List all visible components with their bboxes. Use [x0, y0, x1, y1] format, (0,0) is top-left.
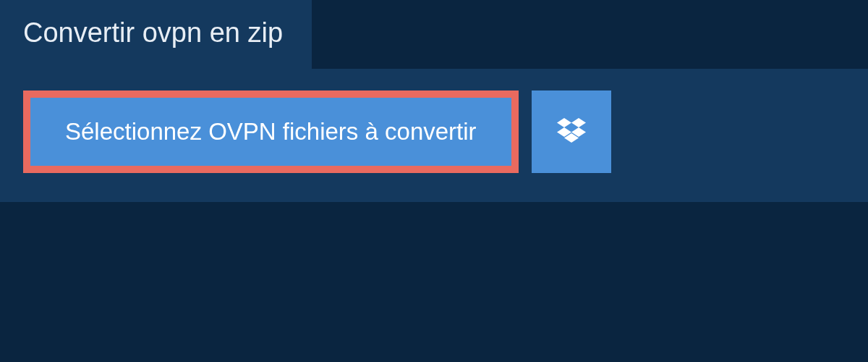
tab-label: Convertir ovpn en zip — [23, 17, 283, 48]
tab-bar: Convertir ovpn en zip — [0, 0, 868, 69]
tab-convert[interactable]: Convertir ovpn en zip — [0, 0, 312, 69]
dropbox-icon — [557, 118, 586, 146]
content-panel: Sélectionnez OVPN fichiers à convertir — [0, 69, 868, 202]
button-row: Sélectionnez OVPN fichiers à convertir — [23, 90, 845, 173]
select-files-button[interactable]: Sélectionnez OVPN fichiers à convertir — [30, 98, 511, 166]
dropbox-button[interactable] — [532, 90, 611, 173]
select-files-label: Sélectionnez OVPN fichiers à convertir — [65, 118, 477, 146]
select-button-highlight: Sélectionnez OVPN fichiers à convertir — [23, 90, 519, 173]
